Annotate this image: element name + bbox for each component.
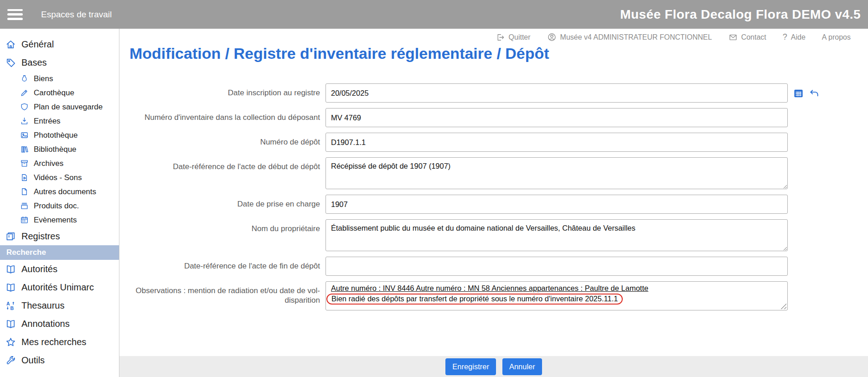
deposit-register-form: Date inscription au registre Numéro d'in… <box>119 83 868 316</box>
about-button[interactable]: A propos <box>822 33 851 41</box>
sidebar-item-label: Autorités Unimarc <box>21 282 94 293</box>
sidebar-item-phototheque[interactable]: Photothèque <box>0 128 119 142</box>
user-icon <box>547 32 557 42</box>
acte-debut-depot-textarea[interactable]: Récépissé de dépôt de 1907 (1907) <box>326 157 788 189</box>
sidebar-item-thesaurus[interactable]: AB Thesaurus <box>0 296 119 315</box>
calendar-picker-icon[interactable] <box>793 88 804 98</box>
numero-inventaire-deposant-input[interactable] <box>326 108 788 127</box>
sidebar-item-plan-de-sauvegarde[interactable]: Plan de sauvegarde <box>0 100 119 114</box>
sidebar-item-label: Carothèque <box>34 88 74 98</box>
sidebar-item-bibliotheque[interactable]: Bibliothèque <box>0 142 119 156</box>
help-label: Aide <box>791 33 806 41</box>
form-row: Date-référence de l'acte de fin de dépôt <box>119 257 868 276</box>
quit-button[interactable]: Quitter <box>496 33 531 42</box>
sidebar-item-label: Autres documents <box>34 187 96 196</box>
sidebar-item-label: Thesaurus <box>21 300 65 311</box>
document-icon <box>20 187 29 196</box>
help-button[interactable]: ? Aide <box>783 32 806 42</box>
sidebar-item-label: Vidéos - Sons <box>34 173 82 182</box>
menu-icon[interactable] <box>7 9 23 20</box>
sidebar-item-label: Outils <box>21 355 45 366</box>
sidebar-item-label: Bases <box>21 57 47 68</box>
user-label: Musée v4 ADMINISTRATEUR FONCTIONNEL <box>560 33 712 41</box>
sidebar-item-label: Annotations <box>21 319 70 329</box>
sidebar-item-registres[interactable]: Registres <box>0 227 119 245</box>
date-prise-en-charge-input[interactable] <box>326 195 788 214</box>
sidebar-item-biens[interactable]: Biens <box>0 72 119 86</box>
sidebar-item-label: Archives <box>34 159 63 168</box>
sidebar-item-videos-sons[interactable]: Vidéos - Sons <box>0 170 119 185</box>
page-title: Modification / Registre d'inventaire rég… <box>129 45 868 62</box>
radiation-annotation-box: Bien radié des dépôts par transfert de p… <box>326 294 623 305</box>
field-label: Date inscription au registre <box>119 83 320 98</box>
svg-text:B: B <box>10 305 14 311</box>
star-icon <box>5 337 16 347</box>
sidebar-item-carotheque[interactable]: Carothèque <box>0 86 119 100</box>
sidebar-item-autres-documents[interactable]: Autres documents <box>0 185 119 199</box>
form-row: Date-référence de l'acte de début de dép… <box>119 157 868 189</box>
observations-line-2: Bien radié des dépôts par transfert de p… <box>331 294 618 303</box>
form-row: Date de prise en charge <box>119 195 868 214</box>
calendar-icon <box>20 216 29 224</box>
sidebar-item-recherche[interactable]: Recherche <box>0 245 119 260</box>
sidebar-item-label: Evènements <box>34 216 77 225</box>
sidebar-item-label: Entrées <box>34 117 61 126</box>
sidebar-item-mes-recherches[interactable]: Mes recherches <box>0 333 119 351</box>
acte-fin-depot-input[interactable] <box>326 257 788 276</box>
sidebar-item-entrees[interactable]: Entrées <box>0 114 119 128</box>
date-field-tools <box>793 83 868 98</box>
observations-field[interactable]: Autre numéro : INV 8446 Autre numéro : M… <box>326 281 788 310</box>
sidebar-item-autorites[interactable]: Autorités <box>0 260 119 278</box>
sidebar-item-produits-doc[interactable]: Produits doc. <box>0 199 119 213</box>
form-actions-bar: Enregistrer Annuler <box>119 356 868 377</box>
sidebar-item-label: Biens <box>34 74 53 83</box>
contact-button[interactable]: Contact <box>728 33 766 42</box>
open-book-icon <box>5 282 16 293</box>
field-label: Observations : mention de radiation et/o… <box>119 281 320 305</box>
current-user[interactable]: Musée v4 ADMINISTRATEUR FONCTIONNEL <box>547 32 712 42</box>
form-row: Numéro de dépôt <box>119 133 868 152</box>
main-content: Quitter Musée v4 ADMINISTRATEUR FONCTION… <box>119 29 868 377</box>
session-toolbar: Quitter Musée v4 ADMINISTRATEUR FONCTION… <box>119 32 851 42</box>
sidebar-item-label: Registres <box>21 231 60 242</box>
core-sample-icon <box>20 88 29 97</box>
sidebar-item-label: Bibliothèque <box>34 145 77 154</box>
sidebar-item-outils[interactable]: Outils <box>0 351 119 369</box>
sidebar-item-archives[interactable]: Archives <box>0 156 119 170</box>
field-label: Numéro de dépôt <box>119 133 320 147</box>
sidebar-item-label: Produits doc. <box>34 201 79 211</box>
sidebar-item-label: Autorités <box>21 264 57 274</box>
field-label: Date-référence de l'acte de début de dép… <box>119 157 320 171</box>
photo-icon <box>20 131 29 139</box>
sidebar-item-label: Plan de sauvegarde <box>34 103 103 112</box>
open-book-icon <box>5 264 16 274</box>
form-row: Observations : mention de radiation et/o… <box>119 281 868 310</box>
about-label: A propos <box>822 33 851 41</box>
date-inscription-input[interactable] <box>326 83 788 103</box>
sidebar-item-autorites-unimarc[interactable]: Autorités Unimarc <box>0 278 119 296</box>
registers-icon <box>5 231 16 242</box>
sidebar-item-general[interactable]: Général <box>0 35 119 53</box>
quit-label: Quitter <box>509 33 531 41</box>
numero-depot-input[interactable] <box>326 133 788 152</box>
nom-proprietaire-textarea[interactable]: Établissement public du musée et du doma… <box>326 219 788 251</box>
sidebar-item-label: Recherche <box>6 248 46 257</box>
stacked-sheets-icon <box>20 201 29 210</box>
undo-icon[interactable] <box>809 88 820 98</box>
form-row: Date inscription au registre <box>119 83 868 103</box>
books-icon <box>20 145 29 154</box>
field-label: Nom du propriétaire <box>119 219 320 233</box>
contact-label: Contact <box>741 33 766 41</box>
app-title: Musée Flora Decalog Flora DEMO v4.5 <box>620 7 861 22</box>
media-file-icon <box>20 173 29 182</box>
cancel-button[interactable]: Annuler <box>502 358 542 375</box>
resize-grip[interactable] <box>780 303 786 309</box>
question-mark-icon: ? <box>783 32 787 42</box>
sidebar-item-evenements[interactable]: Evènements <box>0 213 119 227</box>
save-button[interactable]: Enregistrer <box>445 358 496 375</box>
sidebar-item-annotations[interactable]: Annotations <box>0 315 119 333</box>
thesaurus-icon: AB <box>5 300 16 311</box>
sidebar-item-bases[interactable]: Bases <box>0 53 119 72</box>
top-app-bar: Espaces de travail Musée Flora Decalog F… <box>0 0 868 29</box>
download-icon <box>20 117 29 125</box>
